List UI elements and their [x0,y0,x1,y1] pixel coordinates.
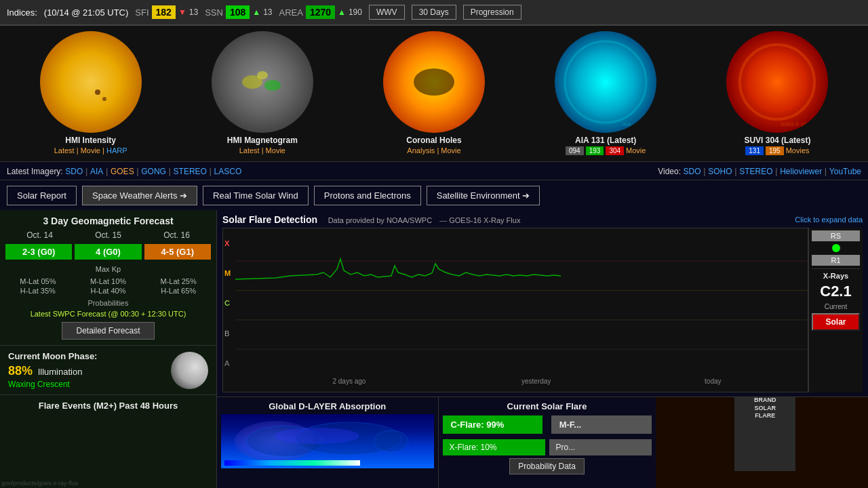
30days-button[interactable]: 30 Days [412,5,456,20]
geo-dates-row: Oct. 14 Oct. 15 Oct. 16 [5,230,211,240]
solar-img-aia131: AIA AIA 131 (Latest) 094 193 304 Movie [522,31,690,160]
hmi-magnetogram-links: Latest | Movie [239,146,285,155]
stereo-link[interactable]: STEREO [174,167,207,176]
suvi304-label: SUVI 304 (Latest) [744,136,810,145]
xray-current-label: Current [825,303,847,310]
stereo-video-link[interactable]: STEREO [739,167,772,176]
svg-text:SDO: SDO [121,121,133,127]
buttons-row: Solar Report Space Weather Alerts ➔ Real… [0,180,868,210]
hmi-intensity-latest-link[interactable]: Latest [54,146,75,155]
expand-data-link[interactable]: Click to expand data [795,216,863,224]
flare-events-header: Flare Events (M2+) Past 48 Hours [0,395,216,416]
moon-phase-box: Current Moon Phase: 88% Illumination Wax… [0,346,216,395]
hmi-magnetogram-latest-link[interactable]: Latest [239,146,260,155]
solar-button[interactable]: Solar [812,313,860,331]
suvi-131-badge[interactable]: 131 [745,146,764,155]
sdo-video-link[interactable]: SDO [684,167,701,176]
hmi-magnetogram-movie-link[interactable]: Movie [266,146,285,155]
m-flare-prob-btn[interactable]: M-F... [551,415,652,434]
green-status-dot [832,244,840,252]
rs-badge: RS [812,230,860,241]
hmi-intensity-image[interactable]: SDO [40,31,142,133]
soho-video-link[interactable]: SOHO [708,167,732,176]
bottom-row: Global D-LAYER Absorption [217,396,868,488]
ssn-delta: 13 [263,7,272,17]
goes-link[interactable]: GOES [111,167,134,176]
suvi-movies-link[interactable]: Movies [786,146,810,155]
hmi-magnetogram-image[interactable]: SDO [212,31,313,133]
progression-button[interactable]: Progression [463,5,521,20]
svg-point-9 [565,41,646,123]
svg-point-23 [374,430,408,452]
svg-text:today: today [705,378,721,385]
real-time-solar-wind-button[interactable]: Real Time Solar Wind [203,186,309,205]
xray-sidebar: RS R1 X-Rays C2.1 Current Solar [808,228,863,392]
solar-flare-section: Solar Flare Detection Data provided by N… [217,210,868,396]
indices-label: Indices: [7,7,37,18]
wwv-button[interactable]: WWV [369,5,405,20]
moon-phase-name: Waxing Crescent [8,380,171,389]
detailed-forecast-button[interactable]: Detailed Forecast [62,322,154,340]
aia-193-badge[interactable]: 193 [586,146,604,155]
video-label: Video: [658,167,681,176]
coronal-holes-movie-link[interactable]: Movie [441,146,460,155]
solar-images-row: SDO HMI Intensity Latest | Movie | HARP … [0,26,868,161]
aia-304-badge[interactable]: 304 [606,146,624,155]
dlayer-box: Global D-LAYER Absorption [217,397,439,488]
pro-btn[interactable]: Pro... [549,439,652,455]
solar-report-button[interactable]: Solar Report [7,186,77,205]
coronal-holes-image[interactable]: AIA [383,31,485,133]
aia-link[interactable]: AIA [90,167,103,176]
hmi-intensity-movie-link[interactable]: Movie [81,146,100,155]
m-class-label: M [224,269,231,277]
sdo-link[interactable]: SDO [65,167,83,176]
ssn-value: 108 [226,5,250,19]
aia131-badges: 094 193 304 Movie [566,146,646,155]
svg-rect-25 [224,460,360,466]
aia-094-badge[interactable]: 094 [566,146,584,155]
solar-img-coronal-holes: AIA Coronal Holes Analysis | Movie [350,31,517,160]
hmi-intensity-harp-link[interactable]: HARP [106,146,127,155]
aia131-image[interactable]: AIA [555,31,656,133]
svg-point-4 [264,80,281,91]
dlayer-map[interactable] [221,414,434,468]
flare-chart-svg: 2 days ago yesterday today [235,228,808,392]
youtube-video-link[interactable]: YouTube [829,167,861,176]
helioviewer-video-link[interactable]: Helioviewer [780,167,822,176]
solar-img-hmi-intensity: SDO HMI Intensity Latest | Movie | HARP [7,31,174,160]
prob-cell-1: M-Lat 10% [76,277,141,285]
prob-second-row: X-Flare: 10% Pro... [443,439,652,455]
geo-badge-2: 4-5 (G1) [144,244,211,260]
suvi304-image[interactable]: GOES-R SDO Composite [726,31,828,133]
hmi-intensity-label: HMI Intensity [65,136,116,145]
coronal-holes-analysis-link[interactable]: Analysis [407,146,435,155]
c-flare-prob-btn[interactable]: C-Flare: 99% [443,415,543,434]
goes-flux-label: GOES-16 X-Ray Flux [449,216,520,224]
video-section: Video: SDO | SOHO | STEREO | Helioviewer… [658,166,861,176]
gong-link[interactable]: GONG [141,167,166,176]
hmi-magnetogram-label: HMI Magnetogram [227,136,298,145]
svg-point-1 [102,97,106,101]
aia-movie-link[interactable]: Movie [626,146,646,155]
left-panel: 3 Day Geomagnetic Forecast Oct. 14 Oct. … [0,210,217,488]
max-kp-label: Max Kp [5,265,211,273]
flare-chart-container[interactable]: X M C B A [222,228,808,392]
x-flare-prob-btn[interactable]: X-Flare: 10% [443,439,545,455]
protons-electrons-button[interactable]: Protons and Electrons [314,186,421,205]
space-weather-alerts-button[interactable]: Space Weather Alerts ➔ [82,186,197,205]
probability-data-button[interactable]: Probability Data [509,458,585,474]
satellite-environment-button[interactable]: Satellite Environment ➔ [427,186,540,205]
watermark: gov/products/goes-x-ray-flux [1,480,79,487]
moon-icon [171,352,208,389]
geo-date-2: Oct. 16 [142,230,211,240]
coronal-holes-label: Coronal Holes [406,136,461,145]
geo-badge-1: 4 (G0) [75,244,141,260]
sfi-arrow: ▼ [178,7,186,17]
ssn-label: SSN [205,7,223,18]
xray-value: C2.1 [820,283,851,300]
suvi-195-badge[interactable]: 195 [766,146,784,155]
lasco-link[interactable]: LASCO [214,167,242,176]
geo-prob-grid: M-Lat 05% M-Lat 10% M-Lat 25% H-Lat 35% … [5,277,211,295]
xray-title: X-Rays [823,272,848,280]
geo-forecast-title: 3 Day Geomagnetic Forecast [5,216,211,226]
